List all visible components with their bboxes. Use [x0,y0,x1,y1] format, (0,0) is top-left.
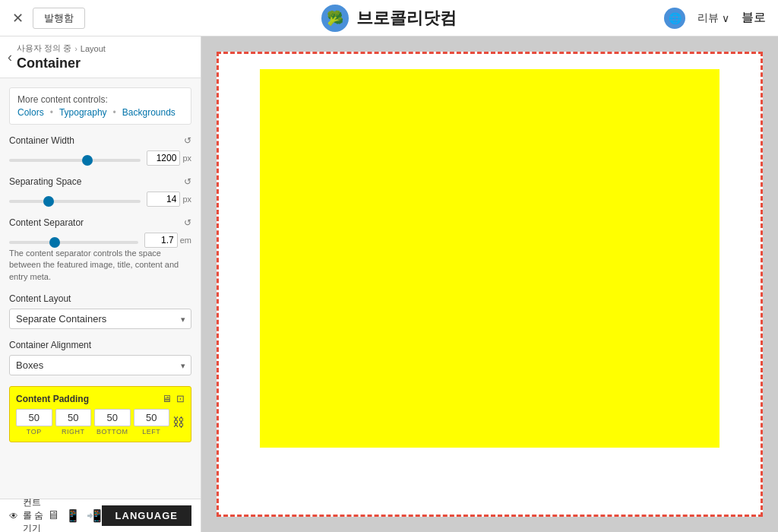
content-separator-input[interactable] [144,233,178,248]
content-separator-slider-row: em [9,233,191,248]
padding-title: Content Padding [16,394,89,404]
padding-left-field: LEFT [134,409,170,435]
padding-bottom-field: BOTTOM [94,409,131,435]
separating-space-input[interactable] [147,192,180,207]
sidebar-header-info: 사용자 정의 중 › Layout Container [17,43,106,71]
top-bar-center: 🥦 브로콜리닷컴 [321,5,457,32]
hide-controls-button[interactable]: 👁 컨트롤 숨기기 [9,496,47,532]
canvas-frame [217,52,763,517]
typography-link[interactable]: Typography [59,107,107,118]
container-width-group: Container Width ↺ px [9,135,191,166]
site-name: 브로콜리닷컴 [356,7,457,30]
separating-space-group: Separating Space ↺ px [9,176,191,207]
content-separator-slider[interactable] [9,241,138,244]
container-width-reset[interactable]: ↺ [184,135,191,146]
breadcrumb-separator: › [74,44,77,53]
separating-space-slider-row: px [9,192,191,207]
breadcrumb: 사용자 정의 중 › Layout [17,43,106,54]
link-sep2: • [113,107,116,118]
review-button[interactable]: 리뷰 ∨ [697,11,729,25]
container-width-slider-row: px [9,150,191,166]
link-sep1: • [50,107,53,118]
sidebar-header: ‹ 사용자 정의 중 › Layout Container [0,36,201,78]
sidebar-content: More content controls: Colors • Typograp… [0,78,201,499]
yellow-content-block [260,69,720,448]
padding-right-field: RIGHT [55,409,92,435]
backgrounds-link[interactable]: Backgrounds [122,107,176,118]
content-separator-label: Content Separator ↺ [9,217,191,228]
top-bar-right: 🌐 리뷰 ∨ 블로 [664,8,766,29]
separating-space-slider[interactable] [9,200,141,203]
hide-controls-label: 컨트롤 숨기기 [23,496,47,532]
mobile-icon[interactable]: 📲 [87,508,102,523]
content-separator-slider-wrapper [9,233,138,247]
panel-title: Container [17,55,106,71]
separating-space-slider-wrapper [9,192,141,206]
back-button[interactable]: ‹ [8,49,12,65]
content-padding-section: Content Padding 🖥 ⊡ TOP RIGHT [9,386,191,442]
separating-space-unit: px [182,195,191,204]
sidebar: ‹ 사용자 정의 중 › Layout Container More conte… [0,36,201,532]
top-bar: ✕ 발행함 🥦 브로콜리닷컴 🌐 리뷰 ∨ 블로 [0,0,778,36]
review-label: 리뷰 [697,11,719,25]
padding-left-input[interactable] [134,409,170,426]
eye-icon: 👁 [9,511,18,521]
content-layout-select[interactable]: Separate Containers One Container Full W… [9,309,191,329]
content-separator-group: Content Separator ↺ em The content separ… [9,217,191,283]
container-alignment-select-wrapper: Boxes Left Center Right ▾ [9,355,191,375]
separating-space-reset[interactable]: ↺ [184,176,191,187]
content-separator-unit: em [180,236,191,245]
content-layout-group: Content Layout Separate Containers One C… [9,293,191,329]
padding-top-label: TOP [16,428,52,435]
more-controls-box: More content controls: Colors • Typograp… [9,87,191,125]
padding-icons: 🖥 ⊡ [162,393,185,404]
separating-space-label: Separating Space ↺ [9,176,191,187]
padding-reset-icon[interactable]: ⊡ [176,393,185,404]
padding-top-field: TOP [16,409,52,435]
content-layout-label: Content Layout [9,293,191,304]
tablet-icon[interactable]: 📱 [65,508,81,523]
colors-link[interactable]: Colors [17,107,44,118]
breadcrumb-part1: 사용자 정의 중 [17,43,71,54]
publish-button[interactable]: 발행함 [33,8,85,29]
content-separator-value-box: em [144,233,191,248]
globe-icon: 🌐 [664,8,685,29]
padding-bottom-label: BOTTOM [94,428,131,435]
container-width-label: Container Width ↺ [9,135,191,146]
more-controls-label: More content controls: [17,94,108,105]
content-separator-note: The content separator controls the space… [9,248,191,283]
site-icon: 🥦 [321,5,349,32]
more-controls-links: Colors • Typography • Backgrounds [17,107,183,118]
content-layout-select-wrapper: Separate Containers One Container Full W… [9,309,191,329]
canvas-area [201,36,778,532]
bottom-bar: 👁 컨트롤 숨기기 🖥 📱 📲 LANGUAGE [0,499,201,532]
language-button[interactable]: LANGUAGE [102,505,191,526]
desktop-icon[interactable]: 🖥 [47,508,59,523]
padding-link-toggle[interactable]: ⛓ [172,409,185,435]
padding-right-label: RIGHT [55,428,92,435]
container-width-value-box: px [147,150,191,166]
breadcrumb-part2: Layout [81,44,106,53]
container-alignment-label: Container Alignment [9,340,191,350]
padding-inputs: TOP RIGHT BOTTOM LEFT ⛓ [16,409,185,435]
separating-space-value-box: px [147,192,191,207]
padding-device-icon[interactable]: 🖥 [162,393,172,404]
container-width-unit: px [182,154,191,163]
padding-left-label: LEFT [134,428,170,435]
container-alignment-group: Container Alignment Boxes Left Center Ri… [9,340,191,375]
close-button[interactable]: ✕ [12,10,24,27]
container-width-input[interactable] [147,150,180,166]
padding-bottom-input[interactable] [94,409,131,426]
container-alignment-select[interactable]: Boxes Left Center Right [9,355,191,375]
padding-header: Content Padding 🖥 ⊡ [16,393,185,404]
device-icons: 🖥 📱 📲 [47,508,102,523]
content-separator-reset[interactable]: ↺ [184,217,191,228]
padding-top-input[interactable] [16,409,52,426]
padding-right-input[interactable] [55,409,92,426]
review-arrow: ∨ [722,12,729,24]
main-area: ‹ 사용자 정의 중 › Layout Container More conte… [0,36,778,532]
top-bar-left: ✕ 발행함 [12,8,85,29]
extra-nav: 블로 [742,10,766,26]
container-width-slider-wrapper [9,151,141,165]
container-width-slider[interactable] [9,159,141,162]
